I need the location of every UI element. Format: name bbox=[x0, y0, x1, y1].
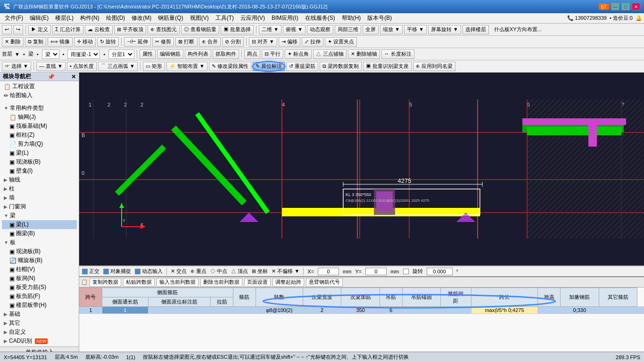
sidebar-item-foundation-group[interactable]: ▶ 基础 bbox=[2, 310, 77, 319]
sidebar-item-slab-rebar[interactable]: ▣ 板受力筋(S) bbox=[2, 283, 77, 292]
sidebar-item-cap[interactable]: ▣ 柱帽(V) bbox=[2, 265, 77, 274]
rotate-input[interactable] bbox=[427, 268, 453, 275]
sidebar-item-niche[interactable]: ▣ 壁龛(I) bbox=[2, 166, 77, 175]
btn-merge[interactable]: ⊕ 合并 bbox=[199, 37, 221, 47]
sidebar-item-slab-hole[interactable]: ▣ 板洞(N) bbox=[2, 274, 77, 283]
btn-mirror[interactable]: ⟺ 镜像 bbox=[48, 37, 73, 47]
btn-copy-span-data[interactable]: 复制跨数据 bbox=[90, 278, 121, 287]
btn-point-length[interactable]: • 点加长度 bbox=[67, 62, 97, 71]
cell-lajin[interactable] bbox=[233, 307, 256, 314]
btn-line[interactable]: — 直线 ▼ bbox=[36, 62, 66, 71]
btn-three-aux[interactable]: △ 三点辅轴 bbox=[313, 49, 346, 59]
cell-span-height[interactable]: 0;330 bbox=[561, 307, 599, 314]
btn-align[interactable]: ⊟ 对齐 ▼ bbox=[249, 37, 277, 47]
drawing-canvas[interactable]: 1 2 2 2 4 5 6 7 B 0 bbox=[79, 73, 644, 266]
sidebar-item-project-setup[interactable]: 📋 工程设置 bbox=[2, 82, 77, 91]
cell-side-orig[interactable] bbox=[211, 307, 233, 314]
btn-local-3d[interactable]: 局部三维 bbox=[335, 25, 361, 34]
btn-cantilever-code[interactable]: 悬臂钢筋代号 bbox=[306, 278, 343, 287]
btn-undo[interactable]: ↩ bbox=[2, 25, 12, 34]
menu-view[interactable]: 视图(V) bbox=[187, 14, 212, 23]
cell-side-thru[interactable] bbox=[149, 307, 211, 314]
btn-stretch[interactable]: ⤢ 拉伸 bbox=[302, 37, 323, 47]
btn-delete[interactable]: ✕ 删除 bbox=[2, 37, 24, 47]
menu-bim[interactable]: BIM应用(I) bbox=[269, 14, 301, 23]
menu-online[interactable]: 在线服务(S) bbox=[302, 14, 338, 23]
sidebar-item-neg-rebar[interactable]: ▣ 板负筋(F) bbox=[2, 292, 77, 301]
btn-batch-select[interactable]: ▣ 批量选择 bbox=[221, 25, 254, 34]
btn-fetch-element[interactable]: 抓取构件 bbox=[213, 49, 239, 59]
rotate-check[interactable] bbox=[403, 269, 409, 274]
btn-zoom[interactable]: 缩放 ▼ bbox=[380, 25, 403, 34]
maximize-button[interactable]: □ bbox=[621, 3, 630, 10]
cell-hanger-anchor[interactable] bbox=[441, 307, 471, 314]
btn-single-element[interactable]: 单构件输入 bbox=[0, 347, 79, 352]
btn-move[interactable]: ✛ 移动 bbox=[74, 37, 96, 47]
sidebar-item-slab-group[interactable]: ▼ 板 bbox=[2, 238, 77, 247]
sidebar-pin-icon[interactable]: 📌 bbox=[48, 74, 55, 80]
btn-offset[interactable]: ⇥ 偏移 bbox=[279, 37, 300, 47]
menu-file[interactable]: 文件(F) bbox=[2, 14, 26, 23]
btn-adjust-start[interactable]: 调整起始跨 bbox=[272, 278, 304, 287]
sidebar-item-cast-slab[interactable]: ▣ 现浇板(B) bbox=[2, 247, 77, 256]
btn-copy-span[interactable]: ⧉ 梁跨数据复制 bbox=[320, 62, 362, 71]
btn-arc[interactable]: ⌒ 三点画弧 ▼ bbox=[98, 62, 138, 71]
btn-redo[interactable]: ↪ bbox=[13, 25, 23, 34]
cell-stirrup[interactable]: φ8@100(2) bbox=[256, 307, 303, 314]
x-input[interactable] bbox=[318, 268, 339, 275]
minimize-button[interactable]: — bbox=[611, 3, 619, 10]
btn-mark-angle[interactable]: ✦ 标点角 bbox=[285, 49, 312, 59]
btn-rotate2[interactable]: ↻ 旋转 bbox=[97, 37, 119, 47]
btn-2d[interactable]: 二维 ▼ bbox=[259, 25, 281, 34]
btn-trim[interactable]: ✂ 修剪 bbox=[152, 37, 174, 47]
btn-find-element[interactable]: ⊕ 查找图元 bbox=[148, 25, 180, 34]
btn-rect[interactable]: ▭ 矩形 bbox=[143, 62, 165, 71]
sidebar-item-spiral-slab[interactable]: 🔄 螺旋板(B) bbox=[2, 256, 77, 265]
btn-rotate[interactable]: 屏幕旋转 ▼ bbox=[428, 25, 461, 34]
btn-break[interactable]: ⊠ 打断 bbox=[175, 37, 197, 47]
sublayer-select[interactable]: 分层1 bbox=[108, 49, 134, 59]
btn-select-floor[interactable]: 选择楼层 bbox=[462, 25, 489, 34]
cell-stirrup-density[interactable]: max(l/5*h 0;4275 bbox=[471, 307, 538, 314]
menu-version[interactable]: 版本号(B) bbox=[364, 14, 395, 23]
btn-del-aux[interactable]: ✕ 删除辅轴 bbox=[348, 49, 380, 59]
y-input[interactable] bbox=[365, 268, 387, 275]
btn-select[interactable]: ☞ 选择 ▼ bbox=[2, 62, 31, 71]
cell-legs[interactable]: 2 bbox=[303, 307, 341, 314]
layer-select[interactable]: 雨篷梁-1 bbox=[67, 49, 100, 59]
sidebar-item-door-group[interactable]: ▶ 门窗洞 bbox=[2, 202, 77, 211]
sidebar-item-beam[interactable]: ▣ 梁(L) bbox=[2, 148, 77, 157]
btn-calculate[interactable]: Σ 汇总计算 bbox=[52, 25, 83, 34]
btn-fullscreen[interactable]: 全屏 bbox=[363, 25, 379, 34]
btn-level-top[interactable]: ⊞ 平齐板顶 bbox=[114, 25, 146, 34]
menu-modify[interactable]: 修改(M) bbox=[129, 14, 154, 23]
capture-check[interactable] bbox=[103, 269, 109, 274]
btn-top-view[interactable]: 俯视 ▼ bbox=[283, 25, 305, 34]
sidebar-close-icon[interactable]: ✕ bbox=[71, 74, 76, 80]
menu-cloud[interactable]: 云应用(V) bbox=[238, 14, 268, 23]
sidebar-item-floor-belt[interactable]: ▣ 楼层板带(H) bbox=[2, 301, 77, 310]
btn-repick-beam[interactable]: ↺ 重提梁筋 bbox=[286, 62, 318, 71]
btn-pan[interactable]: 平移 ▼ bbox=[404, 25, 427, 34]
cell-beam-width[interactable]: 350 bbox=[341, 307, 380, 314]
sidebar-item-beam-group[interactable]: ▼ 梁 bbox=[2, 211, 77, 220]
sidebar-item-draw-input[interactable]: ✏ 绘图输入 bbox=[2, 91, 77, 100]
sidebar-item-shearwall[interactable]: 📄 剪力墙(Q) bbox=[2, 140, 77, 148]
btn-smart-place[interactable]: ⚡ 智能布置 ▼ bbox=[166, 62, 207, 71]
menu-help[interactable]: 帮助(H) bbox=[339, 14, 364, 23]
cell-add-steel[interactable] bbox=[599, 307, 637, 314]
cell-other-stirrup[interactable] bbox=[637, 307, 644, 314]
dynamic-input-check[interactable] bbox=[135, 269, 140, 274]
btn-extend[interactable]: ⊣⊢ 延伸 bbox=[124, 37, 151, 47]
sidebar-item-ring-beam[interactable]: ▣ 圈梁(B) bbox=[2, 229, 77, 238]
menu-element[interactable]: 构件(N) bbox=[77, 14, 102, 23]
btn-page-setup[interactable]: 页面设置 bbox=[244, 278, 271, 287]
btn-copy[interactable]: ⧉ 复制 bbox=[25, 37, 46, 47]
menu-draw[interactable]: 绘图(D) bbox=[103, 14, 128, 23]
close-button[interactable]: ✕ bbox=[632, 3, 640, 10]
btn-modify-beam-segment[interactable]: ✎ 修改梁段属性 bbox=[209, 62, 251, 71]
btn-split[interactable]: ⊘ 分割 bbox=[222, 37, 244, 47]
btn-element-list[interactable]: 构件列表 bbox=[185, 49, 211, 59]
btn-input-col-data[interactable]: 输入当前列数据 bbox=[157, 278, 198, 287]
btn-edit-rebar[interactable]: 编辑钢筋 bbox=[157, 49, 183, 59]
